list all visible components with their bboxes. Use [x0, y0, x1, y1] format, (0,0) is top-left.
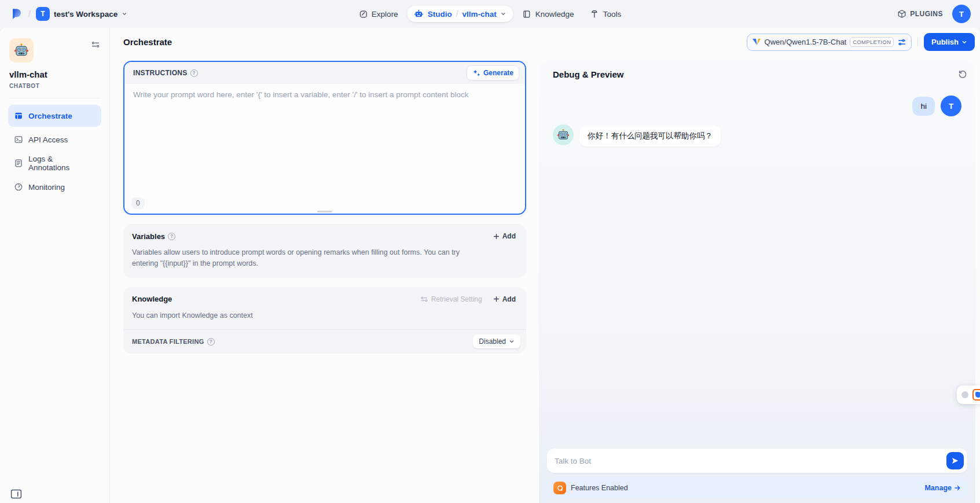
- package-icon: [897, 9, 906, 19]
- vllm-logo-icon: [752, 38, 761, 46]
- app-header-bar: Orchestrate Qwen/Qwen1.5-7B-Chat COMPLET…: [110, 28, 980, 56]
- chat-bottom-area: Features Enabled Manage: [539, 449, 975, 503]
- add-variable-button[interactable]: Add: [488, 229, 520, 243]
- variables-title: Variables: [132, 232, 165, 241]
- plus-icon: [493, 233, 500, 240]
- add-label: Add: [502, 232, 516, 240]
- sidebar-item-api-access[interactable]: API Access: [8, 128, 101, 150]
- nav-explore[interactable]: Explore: [352, 6, 405, 23]
- variables-panel: Variables Add: [123, 224, 526, 278]
- knowledge-description: You can import Knowledge as context: [123, 307, 494, 329]
- app-sidebar: vllm-chat CHATBOT Orchestrate API Access: [0, 28, 110, 503]
- main-area: Orchestrate Qwen/Qwen1.5-7B-Chat COMPLET…: [110, 28, 980, 503]
- model-params-icon[interactable]: [897, 38, 906, 47]
- page-title: Orchestrate: [123, 37, 172, 47]
- nav-studio-active[interactable]: Studio / vllm-chat: [408, 6, 513, 22]
- metadata-filtering-dropdown[interactable]: Disabled: [473, 335, 520, 348]
- model-selector[interactable]: Qwen/Qwen1.5-7B-Chat COMPLETION: [747, 34, 912, 51]
- debug-preview-panel: Debug & Preview hi T: [539, 61, 975, 503]
- nav-explore-label: Explore: [372, 10, 398, 19]
- send-button[interactable]: [946, 452, 964, 469]
- nav-studio-label: Studio: [428, 10, 452, 19]
- metadata-filtering-row: METADATA FILTERING Disabled: [123, 330, 526, 354]
- terminal-icon: [14, 135, 23, 144]
- prompt-editor[interactable]: [124, 84, 525, 193]
- chevron-down-icon[interactable]: [501, 11, 506, 17]
- features-bar: Features Enabled Manage: [547, 478, 967, 498]
- restart-conversation-icon[interactable]: [957, 69, 967, 79]
- model-name: Qwen/Qwen1.5-7B-Chat: [765, 38, 847, 46]
- dify-app: / T test's Workspace Explore Studio: [0, 0, 980, 503]
- nav-tools-label: Tools: [603, 10, 622, 19]
- sidebar-item-orchestrate[interactable]: Orchestrate: [8, 105, 101, 127]
- retrieval-setting-button[interactable]: Retrieval Setting: [416, 292, 487, 306]
- metadata-filtering-value: Disabled: [479, 337, 506, 346]
- add-label: Add: [502, 295, 516, 303]
- hammer-icon: [590, 10, 599, 19]
- sidebar-item-label: API Access: [28, 135, 68, 144]
- floating-edge-widget[interactable]: [957, 385, 980, 404]
- nav-tools[interactable]: Tools: [583, 6, 629, 23]
- plugins-button[interactable]: PLUGINS: [897, 9, 943, 19]
- bot-message-bubble: 你好！有什么问题我可以帮助你吗？: [579, 126, 721, 146]
- dify-logo-icon[interactable]: [9, 7, 23, 21]
- main-nav: Explore Studio / vllm-chat Knowledge: [352, 0, 628, 28]
- app-type-badge: CHATBOT: [9, 83, 100, 89]
- sidebar-item-logs-annotations[interactable]: Logs & Annotations: [8, 152, 101, 174]
- workspace-avatar: T: [36, 7, 50, 21]
- collapse-sidebar-icon[interactable]: [10, 489, 22, 499]
- content-sheet: vllm-chat CHATBOT Orchestrate API Access: [0, 28, 980, 503]
- sparkles-icon: [472, 69, 480, 77]
- features-label: Features Enabled: [571, 484, 920, 492]
- paper-plane-icon: [951, 457, 959, 465]
- manage-features-link[interactable]: Manage: [924, 484, 961, 492]
- plus-icon: [493, 295, 500, 303]
- bot-message-row: 你好！有什么问题我可以帮助你吗？: [553, 124, 961, 146]
- chevron-down-icon: [122, 11, 127, 17]
- help-icon: [207, 338, 215, 346]
- plugins-label: PLUGINS: [910, 10, 943, 18]
- user-chat-avatar: T: [941, 96, 961, 116]
- model-mode-badge: COMPLETION: [850, 37, 894, 47]
- nav-slash: /: [456, 9, 458, 19]
- explore-icon: [359, 10, 368, 19]
- sidebar-divider: [9, 98, 100, 98]
- workspace-name: test's Workspace: [54, 10, 118, 19]
- robot-icon: [414, 9, 424, 19]
- features-icon: [553, 482, 566, 494]
- app-settings-icon[interactable]: [91, 38, 100, 49]
- book-icon: [523, 10, 531, 19]
- chat-input[interactable]: [547, 449, 967, 473]
- header-separator: [917, 38, 918, 47]
- publish-button[interactable]: Publish: [924, 33, 975, 51]
- dify-mini-logo-icon: [972, 389, 980, 401]
- publish-label: Publish: [931, 38, 959, 46]
- user-message-bubble: hi: [912, 97, 935, 116]
- user-avatar[interactable]: T: [952, 5, 971, 23]
- char-count-badge: 0: [131, 197, 145, 209]
- bot-chat-avatar: [553, 124, 574, 145]
- gauge-icon: [14, 182, 23, 192]
- retrieval-setting-label: Retrieval Setting: [431, 295, 482, 303]
- resize-handle[interactable]: [317, 211, 332, 212]
- app-name: vllm-chat: [9, 69, 100, 79]
- orchestrate-config-column: INSTRUCTIONS Generate: [123, 56, 526, 503]
- top-navbar: / T test's Workspace Explore Studio: [0, 0, 980, 28]
- sidebar-item-label: Orchestrate: [28, 112, 72, 120]
- sidebar-item-monitoring[interactable]: Monitoring: [8, 176, 101, 198]
- app-icon: [9, 38, 34, 63]
- variables-description: Variables allow users to introduce promp…: [123, 244, 494, 278]
- workspace-switcher[interactable]: T test's Workspace: [36, 7, 127, 21]
- instructions-panel: INSTRUCTIONS Generate: [123, 61, 526, 215]
- generate-button[interactable]: Generate: [467, 65, 519, 80]
- add-knowledge-button[interactable]: Add: [488, 292, 520, 306]
- sidebar-item-label: Logs & Annotations: [28, 155, 96, 172]
- nav-knowledge[interactable]: Knowledge: [516, 6, 581, 23]
- generate-label: Generate: [483, 69, 513, 77]
- knowledge-title: Knowledge: [132, 295, 172, 303]
- breadcrumb-slash: /: [28, 9, 31, 19]
- debug-preview-title: Debug & Preview: [553, 69, 624, 79]
- drag-dot-icon: [961, 391, 968, 398]
- sidebar-item-label: Monitoring: [28, 183, 65, 192]
- document-icon: [14, 159, 23, 168]
